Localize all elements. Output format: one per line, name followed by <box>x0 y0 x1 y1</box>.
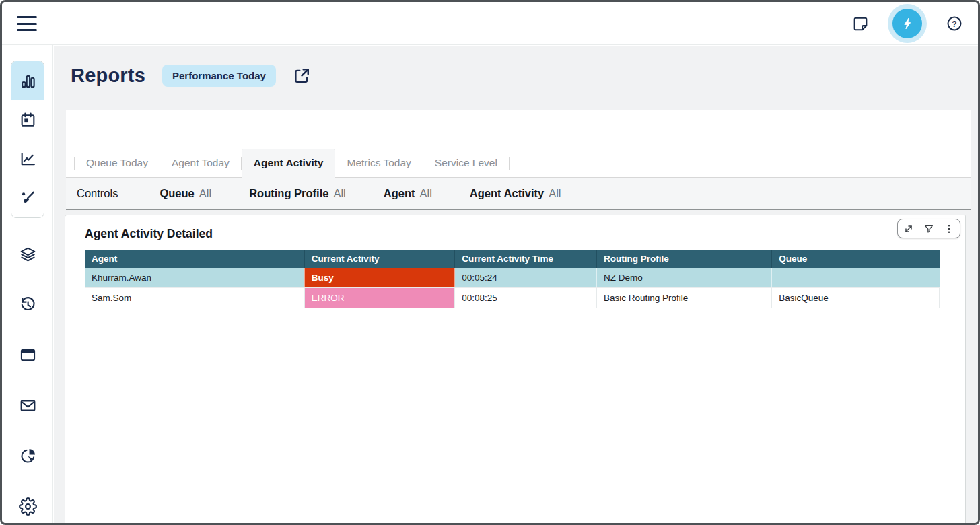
tab-queue-today[interactable]: Queue Today <box>75 149 160 177</box>
filter-icon[interactable] <box>922 222 936 236</box>
mail-icon[interactable] <box>2 395 53 415</box>
cell-queue <box>772 268 940 288</box>
controls-label[interactable]: Controls <box>77 187 118 200</box>
table-row: Sam.Som ERROR 00:08:25 Basic Routing Pro… <box>85 288 940 308</box>
card-title: Agent Activity Detailed <box>85 227 213 241</box>
pie-chart-icon[interactable] <box>2 446 53 466</box>
cell-agent: Khurram.Awan <box>85 268 304 288</box>
menu-icon[interactable] <box>17 16 37 31</box>
cell-current-activity: ERROR <box>304 288 454 308</box>
calendar-icon[interactable] <box>11 100 44 139</box>
top-bar: ? <box>2 2 978 45</box>
cell-current-activity-time: 00:05:24 <box>455 268 597 288</box>
bolt-icon[interactable] <box>893 9 922 38</box>
tab-agent-activity[interactable]: Agent Activity <box>242 149 336 182</box>
page-title: Reports <box>71 65 145 87</box>
filter-agent-activity[interactable]: Agent ActivityAll <box>470 187 561 200</box>
cell-routing-profile: NZ Demo <box>596 268 771 288</box>
agent-activity-table: Agent Current Activity Current Activity … <box>85 250 940 308</box>
tab-divider <box>509 157 510 170</box>
cell-current-activity: Busy <box>304 268 454 288</box>
note-icon[interactable] <box>849 12 872 35</box>
sidebar-nav-group <box>11 61 44 218</box>
brush-icon[interactable] <box>11 178 44 217</box>
cell-current-activity-time: 00:08:25 <box>455 288 597 308</box>
cell-agent: Sam.Som <box>85 288 304 308</box>
kebab-menu-icon[interactable] <box>942 222 956 236</box>
tabs-panel: Queue Today Agent Today Agent Activity M… <box>66 110 971 210</box>
filter-routing-profile[interactable]: Routing ProfileAll <box>249 187 346 200</box>
bar-chart-icon[interactable] <box>11 61 44 100</box>
sidebar <box>2 45 53 523</box>
filter-agent[interactable]: AgentAll <box>384 187 432 200</box>
app-window: ? <box>0 0 980 525</box>
svg-text:?: ? <box>952 20 956 29</box>
card-toolbar <box>897 219 960 238</box>
table-header-row: Agent Current Activity Current Activity … <box>85 250 940 268</box>
tab-metrics-today[interactable]: Metrics Today <box>335 149 422 177</box>
tab-bar: Queue Today Agent Today Agent Activity M… <box>66 110 971 178</box>
tab-service-level[interactable]: Service Level <box>423 149 509 177</box>
cell-queue: BasicQueue <box>772 288 940 308</box>
column-header-queue: Queue <box>772 250 940 268</box>
agent-activity-card: Agent Activity Detailed <box>65 215 966 523</box>
controls-bar: Controls QueueAll Routing ProfileAll Age… <box>66 178 971 210</box>
report-name-badge: Performance Today <box>162 65 276 87</box>
window-icon[interactable] <box>2 345 53 365</box>
table-row: Khurram.Awan Busy 00:05:24 NZ Demo <box>85 268 940 288</box>
main-content: Reports Performance Today Queue Today Ag… <box>54 46 978 523</box>
help-icon[interactable]: ? <box>943 12 966 35</box>
tab-agent-today[interactable]: Agent Today <box>160 149 241 177</box>
filter-queue[interactable]: QueueAll <box>160 187 211 200</box>
layers-icon[interactable] <box>2 244 53 265</box>
line-chart-icon[interactable] <box>11 139 44 178</box>
gear-icon[interactable] <box>2 496 53 516</box>
column-header-agent: Agent <box>85 250 304 268</box>
column-header-current-activity-time: Current Activity Time <box>455 250 597 268</box>
column-header-routing-profile: Routing Profile <box>596 250 771 268</box>
bolt-button-halo <box>888 4 927 43</box>
external-link-icon[interactable] <box>293 67 310 85</box>
column-header-current-activity: Current Activity <box>304 250 454 268</box>
expand-icon[interactable] <box>902 222 915 236</box>
cell-routing-profile: Basic Routing Profile <box>596 288 771 308</box>
history-icon[interactable] <box>2 294 53 314</box>
